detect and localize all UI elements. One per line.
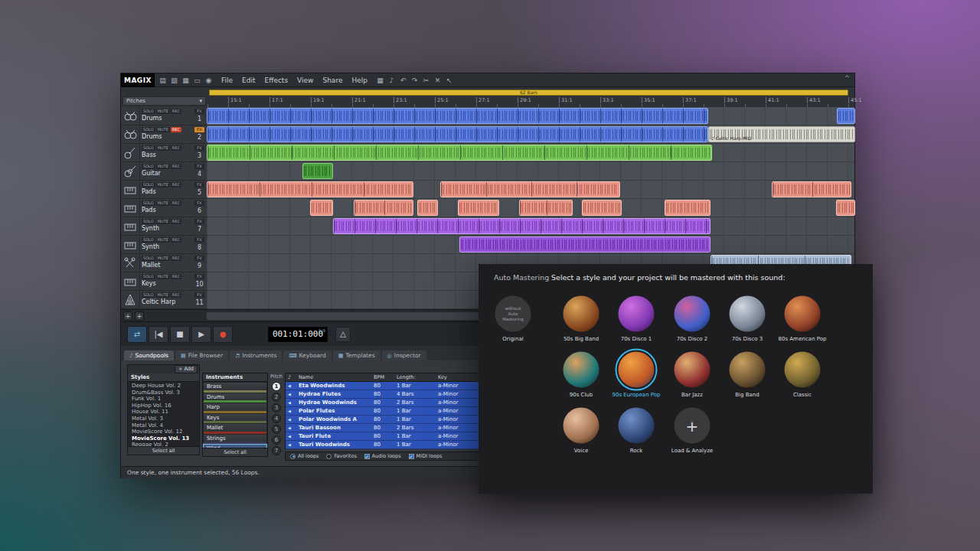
track-header[interactable]: SOLOMUTERECGuitarFX4	[121, 162, 207, 181]
style-item-metal-vol-3[interactable]: Metal Vol. 3	[128, 416, 199, 422]
time-display[interactable]: 001:01:000 8/8	[268, 327, 328, 342]
rec-button[interactable]: REC	[171, 256, 181, 261]
mastering-style-voice[interactable]	[564, 408, 599, 444]
filter-all-loops[interactable]: All loops	[290, 453, 318, 459]
track-lane[interactable]	[207, 162, 854, 181]
audio-clip[interactable]	[519, 200, 573, 216]
mute-button[interactable]: MUTE	[156, 182, 170, 187]
track-header[interactable]: SOLOMUTERECCeltic HarpFX11	[121, 291, 207, 309]
play-button[interactable]: ▶	[191, 326, 211, 343]
solo-button[interactable]: SOLO	[142, 109, 155, 114]
solo-button[interactable]: SOLO	[142, 256, 155, 261]
mute-button[interactable]: MUTE	[156, 109, 170, 114]
mastering-style-70s-disco-2[interactable]	[675, 296, 710, 332]
audio-clip[interactable]	[333, 218, 710, 234]
audio-clip[interactable]	[207, 181, 413, 197]
track-name[interactable]: Pads	[142, 188, 191, 196]
bar-ruler[interactable]: 15:117:119:121:123:125:127:129:131:133:1…	[207, 96, 854, 107]
rec-button[interactable]: REC	[171, 145, 181, 151]
loop-range-bar[interactable]: 62 Bars	[209, 90, 848, 96]
instrument-item-strings[interactable]: Strings	[204, 435, 266, 445]
instrument-item-keys[interactable]: Keys	[204, 414, 266, 424]
audio-clip[interactable]	[837, 108, 855, 124]
audio-clip[interactable]	[459, 236, 710, 253]
rec-button[interactable]: REC	[171, 237, 181, 243]
mastering-style-90s-club[interactable]	[564, 352, 599, 388]
rec-button[interactable]: REC	[171, 164, 181, 169]
audio-icon[interactable]: ♪	[387, 75, 397, 85]
fx-button[interactable]: FX	[194, 292, 204, 298]
instrument-item-mallet[interactable]: Mallet	[204, 424, 266, 434]
track-name[interactable]: Keys	[142, 280, 191, 288]
audio-clip[interactable]	[354, 200, 413, 216]
fx-button[interactable]: FX	[194, 256, 204, 261]
track-header[interactable]: SOLOMUTERECDrumsFX1	[121, 107, 207, 126]
fx-button[interactable]: FX	[194, 127, 204, 132]
radio-icon[interactable]	[326, 454, 332, 459]
track-lane[interactable]	[207, 181, 854, 199]
track-header[interactable]: SOLOMUTERECPadsFX5	[121, 181, 207, 199]
mute-button[interactable]: MUTE	[156, 201, 170, 206]
rec-button[interactable]: REC	[171, 201, 181, 206]
track-name[interactable]: Celtic Harp	[142, 298, 191, 306]
fx-button[interactable]: FX	[194, 237, 204, 243]
style-item-moviescore-vol-13[interactable]: MovieScore Vol. 13	[128, 435, 199, 442]
style-item-metal-vol-4[interactable]: Metal Vol. 4	[128, 422, 199, 429]
new-file-icon[interactable]: ▤	[158, 75, 168, 85]
metronome-button[interactable]: △	[335, 327, 351, 342]
solo-button[interactable]: SOLO	[142, 237, 155, 243]
mastering-style-rock[interactable]	[619, 408, 655, 444]
tab-file-browser[interactable]: ▤File Browser	[175, 350, 228, 360]
track-name[interactable]: Mallet	[142, 262, 191, 269]
instrument-item-wind[interactable]: Wind	[204, 445, 266, 448]
checkbox-icon[interactable]: ✓	[364, 454, 370, 459]
solo-button[interactable]: SOLO	[142, 127, 155, 132]
style-item-house-vol-11[interactable]: House Vol. 11	[128, 409, 199, 416]
cursor-icon[interactable]: ↖	[444, 75, 454, 85]
collapse-caret-icon[interactable]: ^	[844, 74, 850, 82]
redo-icon[interactable]: ↷	[410, 75, 420, 85]
record-screen-icon[interactable]: ◉	[204, 75, 214, 85]
save-icon[interactable]: ▦	[181, 75, 191, 85]
skip-start-button[interactable]: |◀	[149, 326, 168, 343]
split-icon[interactable]: ✂	[421, 75, 431, 85]
mastering-style-70s-disco-1[interactable]	[619, 296, 655, 332]
style-item-funk-vol-1[interactable]: Funk Vol. 1	[128, 396, 199, 403]
fx-button[interactable]: FX	[194, 109, 204, 114]
midi-clip[interactable]: ♪ Celtic Harp.MID	[708, 126, 855, 142]
solo-button[interactable]: SOLO	[142, 164, 155, 169]
audio-clip[interactable]	[458, 200, 499, 216]
stop-button[interactable]: ■	[170, 326, 190, 343]
pitch-1[interactable]: 1	[272, 382, 281, 391]
add-midi-track-button[interactable]: +	[135, 311, 144, 321]
rec-button[interactable]: REC	[171, 109, 181, 114]
pitch-7[interactable]: 7	[272, 446, 281, 455]
pitch-5[interactable]: 5	[272, 425, 281, 434]
mastering-style-90s-european-pop[interactable]	[619, 352, 655, 388]
track-name[interactable]: Synth	[142, 243, 191, 251]
mute-button[interactable]: MUTE	[156, 256, 170, 261]
checkbox-icon[interactable]: ✓	[409, 454, 414, 459]
tab-keyboard[interactable]: ⌨Keyboard	[283, 350, 331, 360]
open-file-icon[interactable]: ▧	[169, 75, 179, 85]
menu-file[interactable]: File	[217, 73, 237, 87]
style-item-drum-bass-vol-3[interactable]: Drum&Bass Vol. 3	[128, 390, 199, 396]
track-lane[interactable]	[207, 199, 854, 217]
audio-clip[interactable]	[582, 200, 622, 216]
solo-button[interactable]: SOLO	[142, 182, 155, 187]
fx-button[interactable]: FX	[194, 274, 204, 279]
track-header[interactable]: SOLOMUTERECDrumsFX2	[121, 126, 207, 144]
mute-button[interactable]: MUTE	[156, 237, 170, 243]
mastering-style-70s-disco-3[interactable]	[730, 296, 766, 332]
mastering-style-classic[interactable]	[785, 352, 821, 388]
menu-view[interactable]: View	[292, 73, 318, 87]
style-item-deep-house-vol-2[interactable]: Deep House Vol. 2	[128, 383, 199, 390]
filter-favorites[interactable]: Favorites	[326, 453, 356, 459]
add-track-button[interactable]: +	[123, 311, 132, 321]
loop-button[interactable]: ⇄	[127, 326, 147, 343]
menu-help[interactable]: Help	[347, 73, 372, 87]
audio-clip[interactable]	[440, 181, 620, 197]
mastering-style-50s-big-band[interactable]	[564, 296, 599, 332]
pitch-3[interactable]: 3	[272, 403, 281, 412]
mute-button[interactable]: MUTE	[156, 274, 170, 279]
